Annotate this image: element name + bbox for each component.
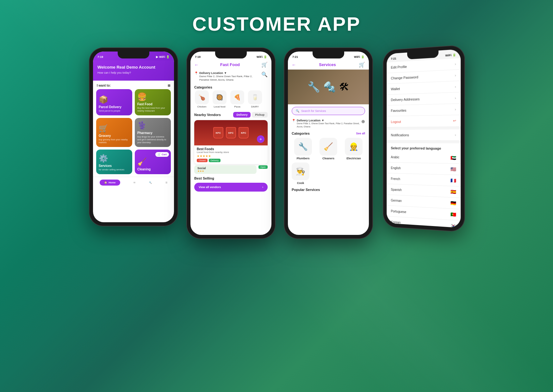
tile-grocery-title: Grocery	[99, 134, 130, 138]
status-icons-3: WiFi 🔋	[354, 55, 364, 58]
kfc-logo-1: KFC	[213, 127, 223, 138]
notch-2	[215, 52, 247, 58]
tile-pharmacy-sub: buy drugs for your sickness and get it d…	[137, 135, 168, 144]
menu-notifications[interactable]: Notifications ›	[387, 129, 461, 141]
grid-icon: ⊞	[168, 84, 170, 87]
back-icon-3[interactable]: ←	[292, 62, 296, 67]
open-badge: Open	[258, 165, 268, 169]
tile-grocery[interactable]: 🛒 Grocery buy grocery from your nearby m…	[96, 118, 132, 147]
nav-search[interactable]: 🔍	[149, 181, 152, 184]
phone-1: 7:19 ▶ WiFi 🔋 Welcome Real Demo Account …	[89, 48, 178, 226]
cart-icon-2[interactable]: 🛒	[261, 62, 268, 68]
vendor-stars-1: ★★★★★	[197, 154, 265, 158]
cat-local-food[interactable]: 🥘 Local food	[212, 90, 227, 108]
tile-parcel-delivery[interactable]: 📦 Parcel Delivery Send parcel to people	[96, 89, 132, 115]
cat-electrician[interactable]: 👷 Electrician	[342, 138, 365, 160]
menu-icon: ☰	[165, 181, 167, 184]
lang-arabic[interactable]: Arabic 🇦🇪	[387, 152, 461, 164]
tab-delivery[interactable]: Delivery	[233, 112, 251, 118]
cook-icon: 👨‍🍳	[292, 162, 309, 180]
p1-header: Welcome Real Demo Account How can I help…	[93, 60, 174, 81]
menu-delivery-addresses[interactable]: Delivery Addresses ›	[387, 92, 461, 106]
phones-container: 7:19 ▶ WiFi 🔋 Welcome Real Demo Account …	[0, 48, 553, 239]
locate-icon[interactable]: ⊕	[361, 119, 365, 124]
vendor-badges-1: Closed Delivery	[197, 159, 265, 162]
p3-loc-label: Delivery Location ▼	[297, 119, 360, 122]
flag-french: 🇫🇷	[450, 178, 456, 183]
p2-loc-addr: Dame Pillar 2, Ohene Down Taxi Rank, Pil…	[199, 75, 260, 82]
p3-cook-row: 👨‍🍳 Cook	[288, 161, 369, 186]
see-all-button[interactable]: See all	[356, 132, 365, 135]
time-3: 7:21	[292, 55, 298, 58]
tile-services-sub: for vendor selling services	[99, 168, 130, 171]
inbox-icon: ✉	[134, 181, 135, 184]
menu-favourites[interactable]: Favourites ›	[387, 104, 461, 116]
flag-spanish: 🇪🇸	[450, 189, 456, 194]
logout-icon: ↩	[453, 119, 456, 123]
p3-topbar: ← Services 🛒	[288, 60, 369, 70]
tile-services[interactable]: ⚙️ Services for vendor selling services	[96, 150, 132, 174]
p3-location: 📍 Delivery Location ▼ Dome Pillar 2, Ohe…	[288, 118, 369, 130]
delivery-icon: ✈	[257, 135, 264, 143]
tab-pickup[interactable]: Pickup	[252, 112, 268, 118]
p1-welcome: Welcome Real Demo Account	[97, 65, 170, 70]
p4-lang-title: Select your preferred language	[387, 143, 461, 153]
tile-pharmacy[interactable]: ⚕️ Pharmacy buy drugs for your sickness …	[135, 118, 171, 147]
p3-popular-title: Popular Services	[288, 186, 369, 192]
cat-cleaners[interactable]: 🧹 Cleaners	[317, 138, 340, 160]
chevron-notifications: ›	[455, 133, 456, 137]
time-2: 7:19	[195, 55, 201, 58]
flag-korean: 🇰🇷	[450, 223, 456, 228]
p1-tiles-grid: 📦 Parcel Delivery Send parcel to people …	[93, 89, 174, 174]
tile-cleaning-title: Cleaning	[137, 168, 168, 171]
cart-icon-3[interactable]: 🛒	[359, 62, 365, 68]
location-pin-3: 📍	[292, 119, 295, 122]
nav-home[interactable]: 🏠 Home	[100, 180, 120, 186]
tile-cleaning[interactable]: 🧹 Cleaning 🛒 Cart	[135, 150, 171, 174]
p3-cat-header: Categories See all	[288, 130, 369, 137]
cart-pill[interactable]: 🛒 Cart	[155, 152, 169, 157]
nav-menu[interactable]: ☰	[165, 181, 167, 184]
kfc-logo-2: KFC	[226, 127, 236, 138]
cat-dairy[interactable]: 🥛 DAIRY	[247, 90, 263, 108]
vendor-card-1[interactable]: KFC KFC KFC ✈ Best Foods Local food from…	[194, 120, 268, 164]
vendor-image-1: KFC KFC KFC ✈	[194, 120, 268, 145]
nav-inbox[interactable]: ✉	[134, 181, 135, 184]
back-icon-2[interactable]: ←	[194, 62, 199, 67]
kfc-logo-3: KFC	[239, 127, 249, 138]
p4-menu-list: Edit Profile › Change Password › Wallet …	[387, 58, 461, 141]
status-icons-1: ▶ WiFi 🔋	[156, 55, 170, 58]
p3-loc-addr: Dome Pillar 2, Ohene Down Taxi Rank, Pil…	[297, 122, 360, 128]
tile-grocery-sub: buy grocery from your nearby markets	[99, 138, 130, 144]
tile-fast-food[interactable]: 🍔 Fast Food Buy the best meal from your …	[135, 89, 171, 115]
cleaning-icon: 🧹	[137, 157, 168, 166]
p2-location: 📍 Delivery Location ▼ Dame Pillar 2, Ohe…	[190, 70, 271, 83]
cat-pizza[interactable]: 🍕 Pizza	[230, 90, 245, 108]
p3-categories-grid: 🔧 Plumbers 🧹 Cleaners 👷 Electrician	[288, 137, 369, 161]
search-location-icon[interactable]: 🔍	[261, 71, 268, 77]
menu-logout[interactable]: Logout ↩	[387, 115, 461, 127]
parcel-icon: 📦	[99, 95, 130, 104]
page-title: CUSTOMER APP	[0, 0, 553, 35]
view-all-vendors-button[interactable]: View all vendors ›	[194, 183, 268, 192]
search-icon-3: 🔍	[296, 109, 299, 113]
tile-fastfood-title: Fast Food	[137, 102, 168, 106]
plumbers-icon: 🔧	[294, 138, 312, 156]
tile-parcel-sub: Send parcel to people	[99, 109, 130, 112]
grocery-icon: 🛒	[99, 124, 130, 133]
cat-plumbers[interactable]: 🔧 Plumbers	[292, 138, 314, 160]
phone-4: 7:21 WiFi 🔋 Edit Profile › Change Passwo…	[383, 45, 465, 232]
search-placeholder: Search for Services	[301, 109, 326, 113]
chevron-wallet: ›	[455, 85, 456, 89]
vendor-name-1: Best Foods	[197, 147, 265, 151]
services-icon: ⚙️	[99, 154, 130, 163]
cat-chicken[interactable]: 🍗 Chicken	[194, 90, 209, 108]
cart-icon-small: 🛒	[158, 153, 161, 156]
cat-cook[interactable]: 👨‍🍳 Cook	[292, 162, 309, 185]
p3-search-bar[interactable]: 🔍 Search for Services	[292, 107, 365, 115]
flag-english: 🇺🇸	[450, 167, 456, 172]
flag-portuguese: 🇵🇹	[450, 212, 456, 217]
phone-2: 7:19 WiFi 🔋 ← Fast Food 🛒 📍 Delivery Loc…	[187, 48, 275, 239]
time-4: 7:21	[391, 57, 396, 60]
notch-1	[118, 52, 149, 58]
